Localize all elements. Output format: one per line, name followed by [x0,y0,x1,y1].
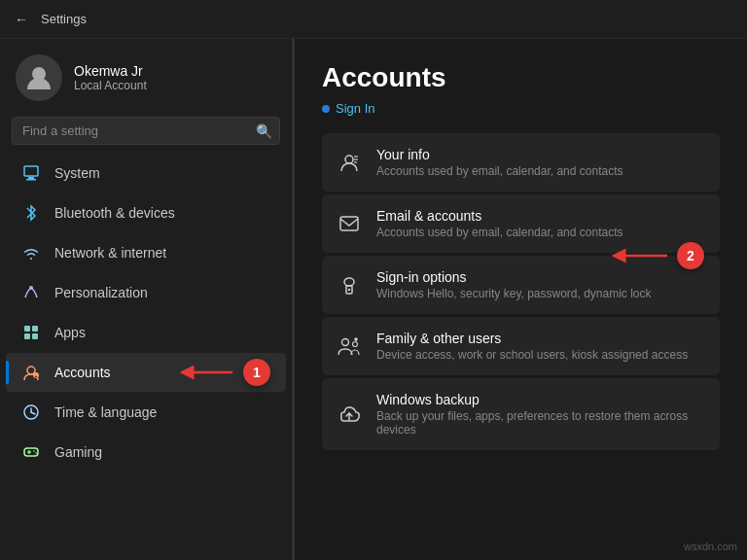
sidebar-item-gaming-label: Gaming [54,444,102,460]
svg-text:+: + [35,373,38,379]
sidebar-item-accounts[interactable]: + Accounts 1 [6,353,286,392]
svg-rect-1 [24,166,38,176]
svg-point-29 [348,289,350,291]
family-desc: Device access, work or school users, kio… [376,348,688,362]
sidebar-item-network-label: Network & internet [54,245,166,261]
user-account-type: Local Account [74,79,147,92]
sidebar-item-accounts-label: Accounts [54,365,111,380]
svg-point-27 [344,278,354,286]
svg-rect-6 [32,326,38,332]
settings-item-signin[interactable]: Sign-in options Windows Hello, security … [322,256,720,314]
svg-rect-8 [32,333,38,339]
user-name: Okemwa Jr [74,63,147,79]
sidebar-item-system-label: System [54,165,100,181]
user-info: Okemwa Jr Local Account [74,63,147,92]
svg-point-21 [35,452,37,454]
sidebar-item-personalization-label: Personalization [54,285,148,300]
sidebar-item-system[interactable]: System [6,154,286,192]
svg-rect-7 [24,333,30,339]
email-text: Email & accounts Accounts used by email,… [376,208,622,239]
search-input[interactable] [12,117,280,145]
svg-point-22 [345,156,353,163]
back-button[interactable]: ← [12,10,31,29]
sign-in-link[interactable]: Sign In [336,101,374,116]
svg-rect-2 [28,177,34,179]
signin-icon [338,273,361,297]
backup-desc: Back up your files, apps, preferences to… [376,409,704,437]
arrow-1 [179,361,237,384]
your-info-text: Your info Accounts used by email, calend… [376,147,622,178]
search-container: 🔍 [12,117,280,145]
time-icon [21,402,41,422]
system-icon [21,163,41,183]
svg-rect-26 [340,217,358,230]
nav-menu: System Bluetooth & devices [0,153,292,472]
bluetooth-icon [21,203,41,223]
content-area: Accounts Sign In Your info Accounts used… [295,39,747,560]
svg-point-4 [29,286,33,290]
gaming-icon [21,442,41,462]
backup-icon [338,402,361,426]
title-bar: ← Settings [0,0,747,39]
signin-desc: Windows Hello, security key, password, d… [376,287,652,300]
main-layout: Okemwa Jr Local Account 🔍 System [0,39,747,560]
avatar [16,54,62,101]
sidebar-item-time-label: Time & language [54,404,157,420]
personalization-icon [21,283,41,302]
email-icon [338,212,361,235]
backup-text: Windows backup Back up your files, apps,… [376,392,704,437]
annotation-badge-1: 1 [243,359,270,386]
family-icon [338,334,361,358]
sidebar-item-apps-label: Apps [54,325,86,340]
backup-title: Windows backup [376,392,704,407]
email-title: Email & accounts [376,208,622,224]
settings-item-backup[interactable]: Windows backup Back up your files, apps,… [322,378,720,450]
svg-point-33 [353,342,358,347]
sidebar-item-personalization[interactable]: Personalization [6,273,286,312]
sign-in-dot [322,105,330,113]
apps-icon [21,323,41,342]
svg-line-16 [31,412,35,414]
page-title: Accounts [322,62,720,93]
sign-in-prompt: Sign In [322,101,720,116]
sidebar-item-time[interactable]: Time & language [6,393,286,432]
signin-text: Sign-in options Windows Hello, security … [376,269,652,300]
settings-item-your-info[interactable]: Your info Accounts used by email, calend… [322,133,720,192]
annotation-2-container: 2 [611,242,704,269]
family-text: Family & other users Device access, work… [376,331,688,362]
settings-item-family[interactable]: Family & other users Device access, work… [322,317,720,375]
arrow-2 [611,244,669,267]
watermark: wsxdn.com [684,541,737,552]
svg-rect-5 [24,326,30,332]
svg-point-20 [33,450,35,452]
your-info-title: Your info [376,147,622,162]
sidebar-item-bluetooth[interactable]: Bluetooth & devices [6,193,286,232]
sidebar-item-network[interactable]: Network & internet [6,233,286,272]
user-profile[interactable]: Okemwa Jr Local Account [0,39,292,113]
email-desc: Accounts used by email, calendar, and co… [376,226,622,239]
sidebar-item-apps[interactable]: Apps [6,313,286,352]
svg-point-32 [342,339,349,346]
search-icon: 🔍 [256,123,272,139]
signin-title: Sign-in options [376,269,652,285]
sidebar: Okemwa Jr Local Account 🔍 System [0,39,292,560]
svg-rect-3 [26,179,36,181]
family-title: Family & other users [376,331,688,346]
sidebar-item-gaming[interactable]: Gaming [6,433,286,472]
annotation-badge-2: 2 [677,242,704,269]
sidebar-item-bluetooth-label: Bluetooth & devices [54,205,175,221]
your-info-icon [338,151,361,174]
app-title: Settings [41,12,87,26]
network-icon [21,243,41,262]
your-info-desc: Accounts used by email, calendar, and co… [376,164,622,178]
accounts-icon: + [21,363,41,382]
active-indicator [6,361,9,384]
